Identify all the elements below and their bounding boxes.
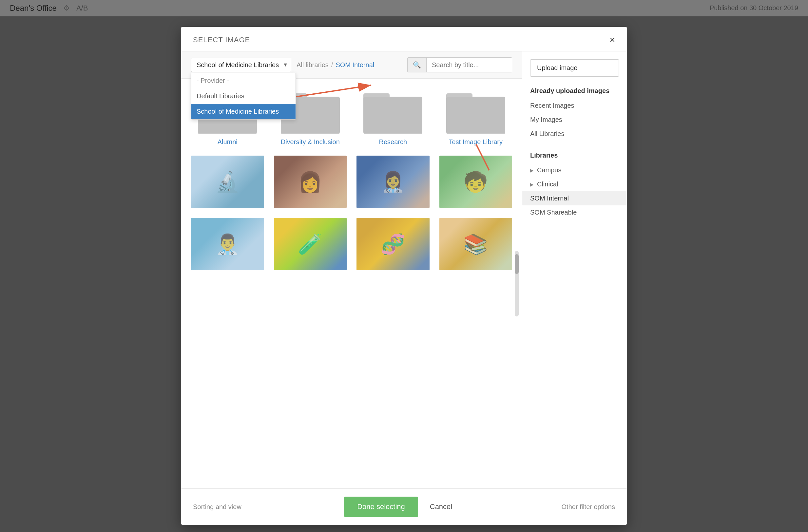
modal-header: SELECT IMAGE ×: [181, 27, 627, 51]
woman2-silhouette: 👩‍⚕️: [356, 155, 429, 208]
folder-research[interactable]: Research: [356, 89, 429, 146]
sidebar-clinical-label: Clinical: [537, 181, 558, 188]
image-select-modal: SELECT IMAGE × - Provider - Default Libr…: [181, 27, 627, 525]
image-item-woman1[interactable]: 👩: [274, 155, 347, 208]
sidebar-item-my-images[interactable]: My Images: [522, 113, 627, 127]
folder-test-label: Test Image Library: [448, 138, 503, 146]
image-thumb-woman2: 👩‍⚕️: [356, 155, 429, 208]
folder-test-image-library[interactable]: Test Image Library: [439, 89, 512, 146]
image-item-child[interactable]: 🧒: [439, 155, 512, 208]
sidebar-uploaded-section: Already uploaded images Recent Images My…: [522, 85, 627, 141]
images-grid-2: 👨‍⚕️ 🧪 🧬: [191, 218, 512, 270]
library-select-wrapper: - Provider - Default Libraries School of…: [191, 58, 291, 72]
sidebar-libraries-title: Libraries: [522, 149, 627, 163]
folder-test-icon: [446, 89, 505, 134]
folder-research-label: Research: [379, 138, 407, 146]
image-thumb-doctor: 👨‍⚕️: [191, 218, 264, 270]
folder-alumni-label: Alumni: [218, 138, 238, 146]
main-content-area: - Provider - Default Libraries School of…: [181, 51, 522, 489]
sidebar-item-clinical[interactable]: ▶ Clinical: [522, 177, 627, 191]
sidebar-item-campus[interactable]: ▶ Campus: [522, 163, 627, 177]
child-silhouette: 🧒: [439, 155, 512, 208]
library-dropdown-open: - Provider - Default Libraries School of…: [191, 73, 296, 120]
breadcrumb-current[interactable]: SOM Internal: [335, 61, 374, 69]
image-item-doctor[interactable]: 👨‍⚕️: [191, 218, 264, 270]
image-thumb-student: 📚: [439, 218, 512, 270]
dropdown-som-libraries[interactable]: School of Medicine Libraries: [191, 104, 296, 119]
image-thumb-lab3: 🧬: [356, 218, 429, 270]
dropdown-default-libraries[interactable]: Default Libraries: [191, 89, 296, 104]
modal-footer: Sorting and view Done selecting Cancel O…: [181, 489, 627, 525]
svg-rect-11: [446, 97, 505, 133]
modal-body: - Provider - Default Libraries School of…: [181, 51, 627, 489]
modal-title: SELECT IMAGE: [193, 36, 250, 44]
image-thumb-lab: 🔬: [191, 155, 264, 208]
sidebar-item-som-shareable[interactable]: SOM Shareable: [522, 205, 627, 219]
image-item-lab2[interactable]: 🧪: [274, 218, 347, 270]
search-input[interactable]: [427, 58, 512, 72]
sidebar-libraries-section: Libraries ▶ Campus ▶ Clinical SOM Intern…: [522, 149, 627, 219]
done-selecting-button[interactable]: Done selecting: [344, 497, 418, 517]
sorting-label: Sorting and view: [193, 503, 241, 511]
woman1-silhouette: 👩: [274, 155, 347, 208]
sidebar-item-all-libraries[interactable]: All Libraries: [522, 127, 627, 141]
folder-research-icon: [363, 89, 422, 134]
upload-image-button[interactable]: Upload image: [530, 59, 619, 77]
image-thumb-child: 🧒: [439, 155, 512, 208]
sidebar-item-som-internal[interactable]: SOM Internal: [522, 191, 627, 205]
image-item-woman2[interactable]: 👩‍⚕️: [356, 155, 429, 208]
doctor-silhouette: 👨‍⚕️: [191, 218, 264, 270]
sidebar-divider: [522, 145, 627, 145]
dropdown-provider-label: - Provider -: [191, 73, 296, 89]
lab3-silhouette: 🧬: [356, 218, 429, 270]
footer-left: Sorting and view: [193, 503, 241, 511]
filter-options-label: Other filter options: [562, 503, 615, 511]
campus-chevron-icon: ▶: [530, 168, 534, 173]
sidebar: Upload image Already uploaded images Rec…: [522, 51, 627, 489]
svg-rect-8: [363, 97, 422, 133]
image-thumb-woman1: 👩: [274, 155, 347, 208]
search-button[interactable]: 🔍: [408, 58, 427, 72]
footer-actions: Done selecting Cancel: [344, 497, 459, 517]
student-silhouette: 📚: [439, 218, 512, 270]
folder-diversity-label: Diversity & Inclusion: [281, 138, 340, 146]
breadcrumb: All libraries / SOM Internal: [296, 61, 374, 69]
content-area: Alumni Diversity & Inclusion: [181, 79, 522, 489]
sidebar-item-recent[interactable]: Recent Images: [522, 98, 627, 113]
image-item-lab3[interactable]: 🧬: [356, 218, 429, 270]
lab2-silhouette: 🧪: [274, 218, 347, 270]
breadcrumb-separator: /: [331, 61, 333, 69]
clinical-chevron-icon: ▶: [530, 182, 534, 187]
scrollbar[interactable]: [515, 251, 519, 316]
cancel-button[interactable]: Cancel: [423, 497, 459, 517]
breadcrumb-all-libraries[interactable]: All libraries: [296, 61, 329, 69]
image-thumb-lab2: 🧪: [274, 218, 347, 270]
close-button[interactable]: ×: [610, 35, 615, 44]
sidebar-campus-label: Campus: [537, 166, 561, 174]
image-item-lab[interactable]: 🔬: [191, 155, 264, 208]
search-wrapper: 🔍: [407, 57, 512, 72]
lab-silhouette: 🔬: [191, 155, 264, 208]
toolbar: - Provider - Default Libraries School of…: [181, 51, 522, 79]
library-dropdown[interactable]: - Provider - Default Libraries School of…: [191, 58, 291, 72]
image-item-student[interactable]: 📚: [439, 218, 512, 270]
sidebar-uploaded-title: Already uploaded images: [522, 85, 627, 98]
images-grid-1: 🔬 👩 👩‍⚕️: [191, 155, 512, 208]
